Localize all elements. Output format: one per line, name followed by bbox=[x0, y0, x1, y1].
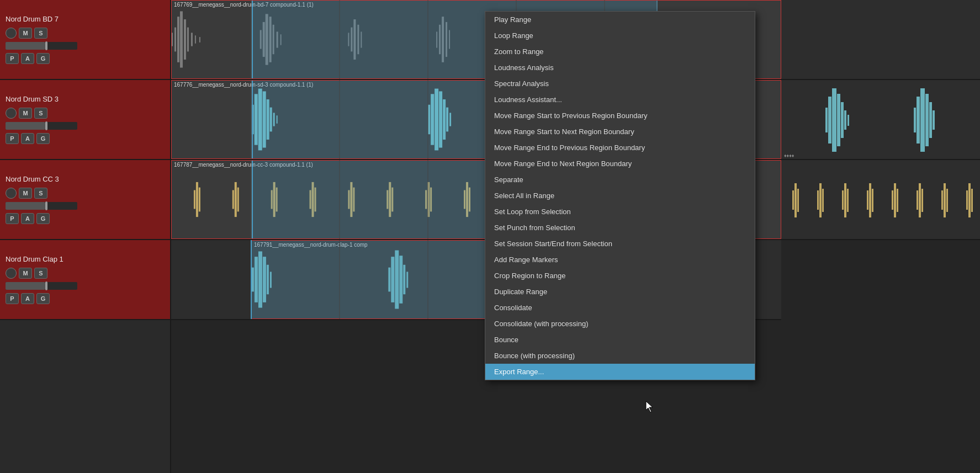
track-buttons-top-sd3: M S bbox=[6, 108, 165, 119]
track-control-cc3: Nord Drum CC 3 M S P A G bbox=[0, 160, 171, 240]
menu-item-consolidate-with-processing[interactable]: Consolidate (with processing) bbox=[485, 316, 755, 332]
track-buttons-bottom-clap1: P A G bbox=[6, 293, 165, 304]
track-fader-clap1[interactable] bbox=[6, 282, 77, 290]
track-group-btn-cc3[interactable]: G bbox=[36, 213, 50, 224]
svg-rect-3 bbox=[180, 11, 183, 67]
svg-rect-143 bbox=[917, 97, 920, 144]
track-group-btn-bd7[interactable]: G bbox=[36, 53, 50, 64]
track-playlist-btn-cc3[interactable]: P bbox=[6, 213, 19, 224]
svg-rect-73 bbox=[235, 182, 237, 217]
svg-rect-159 bbox=[869, 183, 871, 217]
track-automation-btn-sd3[interactable]: A bbox=[21, 133, 34, 144]
svg-rect-171 bbox=[968, 183, 971, 217]
track-fader-sd3[interactable] bbox=[6, 122, 77, 130]
track-group-btn-sd3[interactable]: G bbox=[36, 133, 50, 144]
track-automation-btn-clap1[interactable]: A bbox=[21, 293, 34, 304]
track-solo-btn-clap1[interactable]: S bbox=[34, 268, 47, 279]
track-playlist-btn-bd7[interactable]: P bbox=[6, 53, 19, 64]
track-fader-row-clap1 bbox=[6, 282, 165, 290]
svg-rect-72 bbox=[232, 190, 234, 209]
track-mute-btn-cc3[interactable]: M bbox=[19, 188, 32, 199]
svg-rect-150 bbox=[794, 183, 797, 217]
track-fader-bd7[interactable] bbox=[6, 42, 77, 50]
menu-item-crop-region-to-range[interactable]: Crop Region to Range bbox=[485, 268, 755, 284]
menu-item-play-range[interactable]: Play Range bbox=[485, 12, 755, 28]
svg-rect-169 bbox=[946, 189, 948, 212]
track-mute-btn-bd7[interactable]: M bbox=[19, 28, 32, 39]
track-buttons-bottom-sd3: P A G bbox=[6, 133, 165, 144]
right-mini-track-1 bbox=[781, 0, 980, 80]
svg-rect-1 bbox=[174, 28, 176, 52]
track-record-btn-cc3[interactable] bbox=[6, 188, 17, 199]
svg-rect-163 bbox=[897, 189, 898, 212]
menu-item-export-range[interactable]: Export Range... bbox=[485, 364, 755, 380]
context-menu: Play Range Loop Range Zoom to Range Loud… bbox=[485, 11, 755, 380]
svg-rect-74 bbox=[237, 188, 239, 212]
track-buttons-top-clap1: M S bbox=[6, 268, 165, 279]
track-playlist-btn-sd3[interactable]: P bbox=[6, 133, 19, 144]
menu-item-set-loop-from-selection[interactable]: Set Loop from Selection bbox=[485, 204, 755, 220]
svg-rect-4 bbox=[184, 19, 186, 60]
menu-item-range-start-prev[interactable]: Move Range Start to Previous Region Boun… bbox=[485, 108, 755, 124]
svg-rect-136 bbox=[828, 97, 831, 144]
track-record-btn-bd7[interactable] bbox=[6, 28, 17, 39]
menu-item-bounce-with-processing[interactable]: Bounce (with processing) bbox=[485, 348, 755, 364]
track-record-btn-clap1[interactable] bbox=[6, 268, 17, 279]
menu-item-set-session-start-end[interactable]: Set Session Start/End from Selection bbox=[485, 236, 755, 252]
svg-text:♦♦♦♦: ♦♦♦♦ bbox=[784, 153, 794, 158]
menu-item-range-end-prev[interactable]: Move Range End to Previous Region Bounda… bbox=[485, 140, 755, 156]
track-name-sd3: Nord Drum SD 3 bbox=[6, 95, 165, 103]
svg-rect-142 bbox=[914, 108, 916, 132]
svg-rect-152 bbox=[817, 190, 819, 210]
svg-rect-161 bbox=[892, 190, 893, 210]
svg-rect-139 bbox=[841, 102, 844, 138]
right-mini-track-2: ♦♦♦♦ bbox=[781, 80, 980, 160]
track-mute-btn-clap1[interactable]: M bbox=[19, 268, 32, 279]
track-solo-btn-bd7[interactable]: S bbox=[34, 28, 47, 39]
menu-item-consolidate[interactable]: Consolidate bbox=[485, 300, 755, 316]
track-record-btn-sd3[interactable] bbox=[6, 108, 17, 119]
track-mute-btn-sd3[interactable]: M bbox=[19, 108, 32, 119]
menu-item-zoom-to-range[interactable]: Zoom to Range bbox=[485, 44, 755, 60]
svg-rect-137 bbox=[832, 88, 836, 152]
svg-rect-0 bbox=[172, 33, 173, 46]
track-solo-btn-cc3[interactable]: S bbox=[34, 188, 47, 199]
menu-item-loop-range[interactable]: Loop Range bbox=[485, 28, 755, 44]
track-buttons-top-bd7: M S bbox=[6, 28, 165, 39]
svg-rect-162 bbox=[894, 183, 896, 217]
track-control-sd3: Nord Drum SD 3 M S P A G bbox=[0, 80, 171, 160]
track-automation-btn-bd7[interactable]: A bbox=[21, 53, 34, 64]
menu-item-spectral-analysis[interactable]: Spectral Analysis bbox=[485, 76, 755, 92]
track-control-clap1: Nord Drum Clap 1 M S P A G bbox=[0, 240, 171, 320]
svg-rect-7 bbox=[195, 35, 196, 44]
svg-rect-164 bbox=[917, 190, 918, 210]
menu-item-select-all-in-range[interactable]: Select All in Range bbox=[485, 188, 755, 204]
track-fader-cc3[interactable] bbox=[6, 202, 77, 210]
track-solo-btn-sd3[interactable]: S bbox=[34, 108, 47, 119]
menu-item-range-end-next[interactable]: Move Range End to Next Region Boundary bbox=[485, 156, 755, 172]
right-panel: ♦♦♦♦ bbox=[781, 0, 980, 473]
track-control-bd7: Nord Drum BD 7 M S P A G bbox=[0, 0, 171, 80]
svg-rect-153 bbox=[819, 183, 822, 217]
menu-item-loudness-analysis[interactable]: Loudness Analysis bbox=[485, 60, 755, 76]
svg-rect-151 bbox=[797, 189, 799, 212]
track-group-btn-clap1[interactable]: G bbox=[36, 293, 50, 304]
svg-rect-149 bbox=[792, 190, 794, 210]
menu-item-bounce[interactable]: Bounce bbox=[485, 332, 755, 348]
track-playlist-btn-clap1[interactable]: P bbox=[6, 293, 19, 304]
track-buttons-bottom-cc3: P A G bbox=[6, 213, 165, 224]
svg-rect-165 bbox=[919, 183, 921, 217]
track-name-cc3: Nord Drum CC 3 bbox=[6, 175, 165, 183]
menu-item-loudness-assistant[interactable]: Loudness Assistant... bbox=[485, 92, 755, 108]
menu-item-duplicate-range[interactable]: Duplicate Range bbox=[485, 284, 755, 300]
svg-rect-70 bbox=[196, 182, 198, 217]
menu-item-separate[interactable]: Separate bbox=[485, 172, 755, 188]
menu-item-set-punch-from-selection[interactable]: Set Punch from Selection bbox=[485, 220, 755, 236]
svg-rect-170 bbox=[966, 190, 968, 210]
menu-item-add-range-markers[interactable]: Add Range Markers bbox=[485, 252, 755, 268]
svg-rect-138 bbox=[837, 94, 840, 146]
right-mini-waveform-yellow bbox=[781, 160, 980, 240]
menu-item-range-start-next[interactable]: Move Range Start to Next Region Boundary bbox=[485, 124, 755, 140]
track-controls-empty bbox=[0, 320, 171, 473]
track-automation-btn-cc3[interactable]: A bbox=[21, 213, 34, 224]
